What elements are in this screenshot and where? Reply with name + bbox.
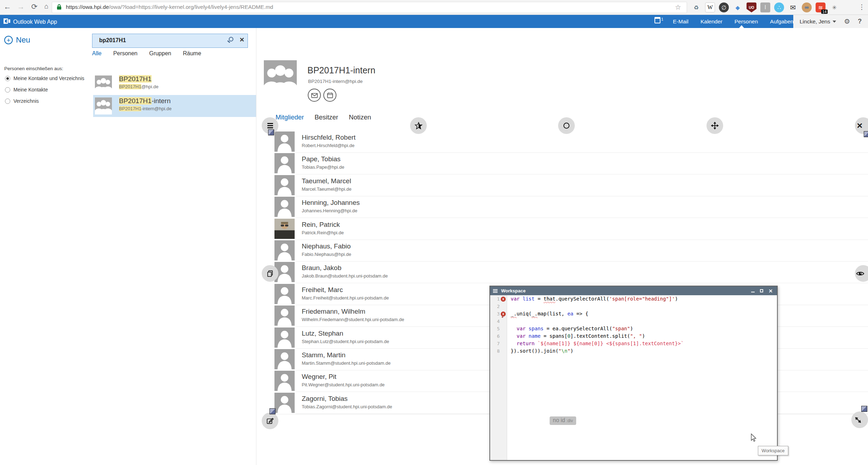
error-badge-icon[interactable]: x [501,297,506,302]
lively-edit-button[interactable] [262,413,278,429]
chrome-menu-icon[interactable]: ⋮ [858,3,865,11]
envelope-icon [311,91,318,99]
search-result-item[interactable]: BP2017H1-internBP2017H1-intern@hpi.de [93,95,256,117]
code-line[interactable] [511,303,776,310]
result-name: BP2017H1-intern [119,97,171,105]
member-row[interactable]: Taeumel, MarcelMarcel.Taeumel@hpi.de [274,175,868,196]
workspace-titlebar[interactable]: Workspace ✕ [490,286,777,295]
lively-copy-button[interactable] [262,265,278,282]
todoist-extension-icon[interactable]: ≋14 [816,2,826,12]
code-line[interactable]: var name = spans[0].textContent.split(",… [511,332,776,340]
code-line[interactable]: var spans = ea.querySelectorAll("span") [511,325,776,332]
refresh-icon[interactable]: ⟳ [29,2,40,11]
share-extension-icon[interactable]: ∴ [774,2,784,12]
filter-tab-alle[interactable]: Alle [92,50,102,57]
home-icon[interactable]: ⌂ [41,2,52,10]
url-text[interactable]: https://owa.hpi.de/owa/?load=https://liv… [66,4,273,10]
send-mail-button[interactable] [308,89,321,102]
error-badge-icon[interactable]: x+ [501,312,506,316]
filter-tab-räume[interactable]: Räume [183,50,201,57]
include-option[interactable]: Meine Kontakte und Verzeichnis [5,75,84,81]
filter-tab-personen[interactable]: Personen [113,50,138,57]
search-icon[interactable] [229,37,233,41]
member-row[interactable]: Rein, PatrickPatrick.Rein@hpi.de [274,218,868,240]
lively-ring-button[interactable] [558,117,575,134]
owa-nav-kalender[interactable]: Kalender [700,18,722,25]
group-tab-notizen[interactable]: Notizen [349,113,371,121]
group-tab-besitzer[interactable]: Besitzer [314,113,338,121]
member-row[interactable]: Niephaus, FabioFabio.Niephaus@hpi.de [274,240,868,262]
recycle-extension-icon[interactable]: ♻ [691,2,701,12]
new-contact-button[interactable]: + Neu [4,35,30,45]
code-line[interactable]: }).sort()).join("\n") [511,347,776,355]
lively-resize-button[interactable] [851,411,868,428]
plus-icon: + [4,36,13,44]
calendar-icon [326,91,334,99]
group-detail-tabs: MitgliederBesitzerNotizen [276,113,371,121]
radio-icon[interactable] [5,99,10,104]
owa-logo[interactable]: Outlook Web App [4,18,57,26]
radio-selected-icon[interactable] [5,76,10,81]
search-results-list: BP2017H1BP2017H1@hpi.deBP2017H1-internBP… [93,73,256,117]
member-row[interactable]: Pape, TobiasTobias.Pape@hpi.de [274,153,868,174]
calendar-button[interactable] [323,89,336,102]
ublock-origin-extension-icon[interactable]: UO [747,2,756,12]
forward-icon[interactable]: → [16,2,26,11]
member-avatar [274,197,295,217]
clear-search-icon[interactable]: ✕ [239,36,244,44]
workspace-editor[interactable]: 1x23x+45678 var list = that.querySelecto… [490,295,777,460]
avatar-goggles-extension-icon[interactable]: ∞ [802,2,812,12]
workspace-window[interactable]: Workspace ✕ 1x23x+45678 var list = that.… [489,286,778,461]
owa-nav-email[interactable]: E-Mail [673,18,688,25]
halo-handle[interactable] [864,131,868,137]
user-menu-chevron-icon[interactable] [833,21,836,23]
reminder-icon[interactable]: 1 [654,17,663,23]
window-close-icon[interactable]: ✕ [768,288,773,294]
member-row[interactable]: Hirschfeld, RobertRobert.Hirschfeld@hpi.… [274,131,868,153]
wikipedia-w-extension-icon[interactable]: W [705,2,715,12]
owa-app-title: Outlook Web App [13,19,57,25]
help-icon[interactable]: ? [858,18,862,25]
minimize-icon[interactable] [751,292,755,292]
code-line[interactable]: var list = that.querySelectorAll('span[r… [511,295,776,303]
include-option[interactable]: Verzeichnis [5,98,39,104]
new-label: Neu [16,35,30,45]
halo-handle[interactable] [270,408,276,414]
halo-handle[interactable] [268,129,274,135]
owa-nav-aufgaben[interactable]: Aufgaben [770,18,793,25]
browser-toolbar: ← → ⟳ ⌂ https://owa.hpi.de/owa/?load=htt… [0,0,868,15]
include-option-label: Verzeichnis [13,98,39,104]
result-email: BP2017H1@hpi.de [119,84,159,89]
editor-code[interactable]: var list = that.querySelectorAll('span[r… [511,295,776,355]
code-line[interactable] [511,318,776,325]
drive-extension-icon[interactable]: ◆ [733,2,743,12]
inbox-extension-icon[interactable]: ✉ [788,2,798,12]
lively-star-button[interactable] [410,117,427,134]
user-menu[interactable]: Lincke, Jens [800,18,830,25]
member-email: Johannes.Henning@hpi.de [302,208,357,213]
window-menu-icon[interactable] [493,289,498,293]
halo-handle[interactable] [861,406,867,412]
bookmark-star-icon[interactable]: ☆ [675,3,681,11]
csp-blocker-extension-icon[interactable]: ∅ [719,2,729,12]
line-number: 6 [495,334,500,339]
search-result-item[interactable]: BP2017H1BP2017H1@hpi.de [93,73,256,95]
code-line[interactable]: return `${name[1]} ${name[0]} <${spans[1… [511,340,776,347]
group-tab-mitglieder[interactable]: Mitglieder [276,113,304,121]
filter-tab-gruppen[interactable]: Gruppen [149,50,171,57]
member-email: Wilhelm.Friedemann@student.hpi.uni-potsd… [302,317,404,322]
radio-icon[interactable] [5,87,10,93]
include-option[interactable]: Meine Kontakte [5,87,48,93]
member-row[interactable]: Henning, JohannesJohannes.Henning@hpi.de [274,196,868,218]
member-row[interactable]: Braun, JakobJakob.Braun@student.hpi.uni-… [274,262,868,283]
member-name: Zagorni, Tobias [302,395,348,403]
code-line[interactable]: _.uniq(_.map(list, ea => { [511,310,776,318]
extension-extension-icon[interactable]: ✳ [829,2,839,12]
lively-move-button[interactable] [707,117,723,134]
back-icon[interactable]: ← [2,2,13,11]
owa-nav-personen[interactable]: Personen [734,18,758,25]
https-lock-icon[interactable] [57,4,62,12]
indicator-extension-icon[interactable]: I [760,2,770,12]
settings-gear-icon[interactable]: ⚙ [844,17,850,26]
maximize-icon[interactable] [760,289,763,292]
